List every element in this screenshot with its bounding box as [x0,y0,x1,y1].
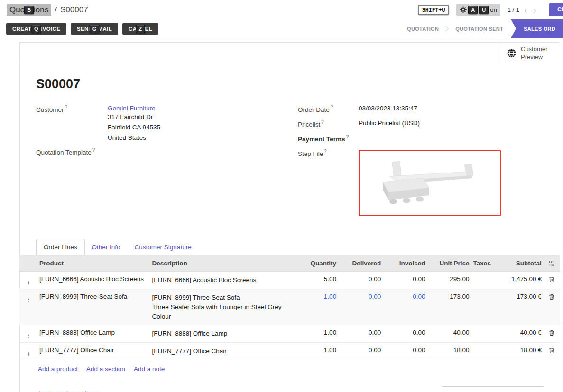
field-groups: Customer? Gemini Furniture 317 Fairchild… [36,105,544,222]
cell-taxes[interactable] [471,343,494,360]
column-header-unit-price[interactable]: Unit Price [427,255,471,272]
breadcrumb-current: S00007 [60,5,88,15]
column-header-subtotal[interactable]: Subtotal [494,255,544,272]
field-step-file: Step File? [298,149,544,216]
adjust-columns-button[interactable] [544,255,560,272]
control-panel: CREATE INVOICE Q SEND EMAIL G CANCEL Z Q… [0,19,563,38]
add-a-note-link[interactable]: Add a note [134,365,165,373]
cell-product[interactable]: [FURN_8999] Three-Seat Sofa [37,289,150,325]
payment-terms-field-label: Payment Terms? [298,134,359,143]
column-header-invoiced[interactable]: Invoiced [383,255,427,272]
stage-quotation-sent[interactable]: QUOTATION SENT [448,19,511,38]
cell-delivered[interactable]: 0.00 [338,343,383,360]
drag-handle-icon: ▴▾ [28,298,29,302]
cell-subtotal[interactable]: 18.00 € [494,343,544,360]
drag-handle-icon: ▴▾ [28,280,29,285]
order-date-field-value[interactable]: 03/03/2023 13:35:47 [359,105,417,112]
tab-customer-signature[interactable]: Customer Signature [128,239,199,255]
cell-delivered[interactable]: 0.00 [338,289,383,325]
column-header-taxes[interactable]: Taxes [471,255,494,272]
column-header-product[interactable]: Product [37,255,150,272]
cell-description[interactable]: [FURN_8999] Three-Seat Sofa Three Seater… [150,289,297,325]
cell-unit-price[interactable]: 295.00 [427,272,471,289]
row-drag-handle[interactable]: ▴▾ [19,325,37,343]
cell-quantity[interactable]: 1.00 [297,343,338,360]
gear-icon [460,6,467,13]
cell-delivered[interactable]: 0.00 [338,325,383,343]
cell-invoiced[interactable]: 0.00 [383,272,427,289]
create-button[interactable]: Cl [549,3,563,16]
customer-preview-button[interactable]: Customer Preview [498,43,560,64]
cell-invoiced[interactable]: 0.00 [383,289,427,325]
create-invoice-button[interactable]: CREATE INVOICE Q [6,23,66,35]
row-drag-handle[interactable]: ▴▾ [19,272,37,289]
action-menu-button[interactable]: A U on [456,4,500,16]
hotkey-badge-q: Q [31,25,41,33]
cell-unit-price[interactable]: 18.00 [427,343,471,360]
delete-row-button[interactable] [544,325,560,343]
address-line: Fairfield CA 94535 [108,122,160,133]
delete-row-button[interactable] [544,343,560,360]
cancel-button[interactable]: CANCEL Z [122,23,158,35]
breadcrumb-quotations-link[interactable]: Quotations B [7,4,51,16]
hotkey-badge-g: G [90,25,100,33]
add-a-section-link[interactable]: Add a section [86,365,125,373]
row-drag-handle[interactable]: ▴▾ [19,289,37,325]
handle-column-header [19,255,37,272]
add-a-product-link[interactable]: Add a product [38,365,78,373]
field-quotation-template: Quotation Template? [36,147,298,156]
cell-quantity[interactable]: 1.00 [297,325,338,343]
tab-other-info[interactable]: Other Info [85,239,128,255]
chevron-left-icon: ‹ [524,4,527,15]
cell-unit-price[interactable]: 40.00 [427,325,471,343]
hotkey-badge-u: U [479,6,489,14]
cell-description[interactable]: [FURN_7777] Office Chair [150,343,297,360]
cell-quantity[interactable]: 1.00 [297,289,338,325]
stage-quotation[interactable]: QUOTATION [399,19,446,38]
send-email-button[interactable]: SEND EMAIL G [71,23,118,35]
cell-description[interactable]: [FURN_6666] Acoustic Bloc Screens [150,272,297,289]
cell-delivered[interactable]: 0.00 [338,272,383,289]
cell-subtotal[interactable]: 40.00 € [494,325,544,343]
cell-unit-price[interactable]: 173.00 [427,289,471,325]
row-drag-handle[interactable]: ▴▾ [19,343,37,360]
pager: 1 / 1 ‹ › [508,5,537,15]
field-customer: Customer? Gemini Furniture 317 Fairchild… [36,105,298,143]
column-header-quantity[interactable]: Quantity [297,255,338,272]
terms-and-conditions-placeholder[interactable]: Terms and conditions... [38,389,104,392]
order-date-field-label: Order Date? [298,105,359,113]
column-header-description[interactable]: Description [150,255,297,272]
app-root: Quotations B / S00007 SHIFT+U [0,0,563,392]
cell-invoiced[interactable]: 0.00 [383,325,427,343]
statusbar: QUOTATION QUOTATION SENT SALES ORD [399,19,563,38]
customer-field-label: Customer? [36,105,108,113]
cell-invoiced[interactable]: 0.00 [383,343,427,360]
cell-subtotal[interactable]: 1,475.00 € [494,272,544,289]
cell-taxes[interactable] [471,325,494,343]
customer-link[interactable]: Gemini Furniture [108,105,160,112]
cell-product[interactable]: [FURN_8888] Office Lamp [37,325,150,343]
delete-row-button[interactable] [544,289,560,325]
help-marker: ? [321,119,324,125]
pricelist-field-value[interactable]: Public Pricelist (USD) [359,119,420,127]
delete-row-button[interactable] [544,272,560,289]
pager-previous-button[interactable]: ‹ [523,5,528,15]
page-title: S00007 [36,77,544,91]
field-group-right: Order Date? 03/03/2023 13:35:47 Pricelis… [298,105,544,222]
tab-order-lines[interactable]: Order Lines [36,239,85,255]
cell-subtotal[interactable]: 173.00 € [494,289,544,325]
table-row: ▴▾ [FURN_8888] Office Lamp [FURN_8888] O… [19,325,560,343]
pager-next-button[interactable]: › [532,5,537,15]
quotation-template-field-label: Quotation Template? [36,147,108,156]
cell-description[interactable]: [FURN_8888] Office Lamp [150,325,297,343]
address-line: United States [108,133,160,143]
cell-quantity[interactable]: 5.00 [297,272,338,289]
cell-product[interactable]: [FURN_7777] Office Chair [37,343,150,360]
cell-taxes[interactable] [471,289,494,325]
step-file-image-field[interactable] [359,150,501,216]
stage-sales-order[interactable]: SALES ORD [511,19,563,38]
cell-product[interactable]: [FURN_6666] Acoustic Bloc Screens [37,272,150,289]
help-marker: ? [331,105,333,110]
column-header-delivered[interactable]: Delivered [338,255,383,272]
cell-taxes[interactable] [471,272,494,289]
